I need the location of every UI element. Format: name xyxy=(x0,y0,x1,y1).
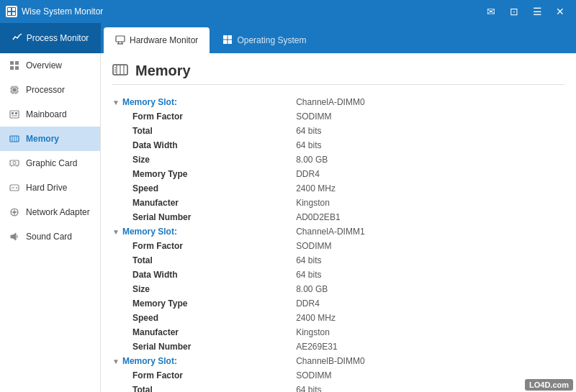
tab-operating-system-label: Operating System xyxy=(237,35,306,45)
svg-rect-29 xyxy=(15,112,17,114)
sidebar-overview-label: Overview xyxy=(26,60,62,70)
svg-point-43 xyxy=(13,211,16,214)
close-button[interactable]: ✕ xyxy=(550,4,570,19)
tab-hardware-monitor[interactable]: Hardware Monitor xyxy=(104,27,210,53)
svg-rect-11 xyxy=(223,40,228,44)
table-row: Memory TypeDDR4 xyxy=(112,167,564,181)
memory-slot-header: ▼Memory Slot:ChannelA-DIMM1 xyxy=(112,224,564,239)
svg-rect-3 xyxy=(8,12,11,15)
memory-info-table: ▼Memory Slot:ChannelA-DIMM0Form FactorSO… xyxy=(112,95,564,392)
svg-rect-28 xyxy=(12,112,14,114)
memory-slot-header: ▼Memory Slot:ChannelA-DIMM0 xyxy=(112,95,564,109)
memory-slot-header: ▼Memory Slot:ChannelB-DIMM0 xyxy=(112,354,564,368)
svg-rect-14 xyxy=(15,61,19,65)
processor-icon xyxy=(9,84,20,96)
svg-point-36 xyxy=(13,162,16,165)
sidebar: Overview Processor Mainboard Memory Grap xyxy=(0,53,101,392)
table-row: Serial NumberAE269E31 xyxy=(112,339,564,354)
operating-system-icon xyxy=(222,35,233,47)
svg-rect-2 xyxy=(12,8,15,11)
sidebar-item-sound-card[interactable]: Sound Card xyxy=(0,224,100,249)
table-row: Size8.00 GB xyxy=(112,282,564,296)
sidebar-item-memory[interactable]: Memory xyxy=(0,127,100,151)
content-header: Memory xyxy=(112,62,564,85)
table-row: Data Width64 bits xyxy=(112,268,564,282)
sidebar-item-graphic-card[interactable]: Graphic Card xyxy=(0,151,100,176)
sidebar-network-adapter-label: Network Adapter xyxy=(26,207,90,217)
memory-content-icon xyxy=(112,62,128,80)
table-row: Form FactorSODIMM xyxy=(112,239,564,253)
svg-rect-18 xyxy=(13,88,17,92)
sound-card-icon xyxy=(9,231,20,242)
network-adapter-icon xyxy=(9,206,20,218)
sidebar-hard-drive-label: Hard Drive xyxy=(26,183,67,193)
table-row: ManufacterKingston xyxy=(112,325,564,339)
svg-rect-9 xyxy=(223,35,228,40)
sidebar-item-processor[interactable]: Processor xyxy=(0,78,100,102)
table-row: Speed2400 MHz xyxy=(112,181,564,196)
svg-rect-15 xyxy=(10,66,14,70)
graphic-card-icon xyxy=(9,158,20,169)
menu-button[interactable]: ☰ xyxy=(527,4,547,19)
sidebar-mainboard-label: Mainboard xyxy=(26,109,67,119)
table-row: Data Width64 bits xyxy=(112,138,564,152)
sidebar-item-mainboard[interactable]: Mainboard xyxy=(0,102,100,127)
app-title: Wise System Monitor xyxy=(22,6,103,17)
table-row: Form FactorSODIMM xyxy=(112,109,564,124)
table-row: Form FactorSODIMM xyxy=(112,368,564,383)
mainboard-icon xyxy=(9,109,20,120)
hardware-monitor-icon xyxy=(115,35,125,47)
svg-rect-13 xyxy=(10,61,14,65)
process-monitor-icon xyxy=(12,32,22,45)
table-row: Speed2400 MHz xyxy=(112,311,564,325)
svg-rect-4 xyxy=(12,12,15,15)
overview-icon xyxy=(9,60,20,71)
sidebar-item-hard-drive[interactable]: Hard Drive xyxy=(0,176,100,200)
svg-rect-10 xyxy=(228,35,233,40)
email-button[interactable]: ✉ xyxy=(481,4,501,19)
table-row: Memory TypeDDR4 xyxy=(112,296,564,311)
svg-rect-12 xyxy=(228,40,233,44)
table-row: Serial NumberAD0D2EB1 xyxy=(112,210,564,224)
tab-process-monitor[interactable]: Process Monitor xyxy=(0,23,101,53)
svg-marker-48 xyxy=(11,233,16,240)
svg-rect-1 xyxy=(8,8,11,11)
svg-rect-16 xyxy=(15,66,19,70)
watermark: LO4D.com xyxy=(525,379,573,391)
tab-hardware-monitor-label: Hardware Monitor xyxy=(130,35,198,45)
svg-point-40 xyxy=(16,187,17,188)
restore-button[interactable]: ⊡ xyxy=(504,4,524,19)
svg-rect-5 xyxy=(116,36,125,42)
table-row: Size8.00 GB xyxy=(112,152,564,167)
table-row: Total64 bits xyxy=(112,383,564,392)
sidebar-graphic-card-label: Graphic Card xyxy=(26,158,77,168)
sidebar-processor-label: Processor xyxy=(26,85,65,95)
memory-icon xyxy=(9,133,20,145)
table-row: Total64 bits xyxy=(112,124,564,138)
table-row: ManufacterKingston xyxy=(112,196,564,210)
table-row: Total64 bits xyxy=(112,253,564,268)
app-icon xyxy=(6,6,17,17)
page-title: Memory xyxy=(135,63,191,79)
sidebar-item-overview[interactable]: Overview xyxy=(0,53,100,78)
tab-process-monitor-label: Process Monitor xyxy=(27,33,89,43)
sidebar-item-network-adapter[interactable]: Network Adapter xyxy=(0,200,100,224)
content-area: Memory ▼Memory Slot:ChannelA-DIMM0Form F… xyxy=(101,53,576,392)
tab-operating-system[interactable]: Operating System xyxy=(211,27,318,53)
hard-drive-icon xyxy=(9,182,20,193)
title-bar: Wise System Monitor ✉ ⊡ ☰ ✕ xyxy=(0,0,576,23)
svg-rect-27 xyxy=(10,111,19,118)
sidebar-memory-label: Memory xyxy=(26,134,59,144)
sidebar-sound-card-label: Sound Card xyxy=(26,232,72,242)
